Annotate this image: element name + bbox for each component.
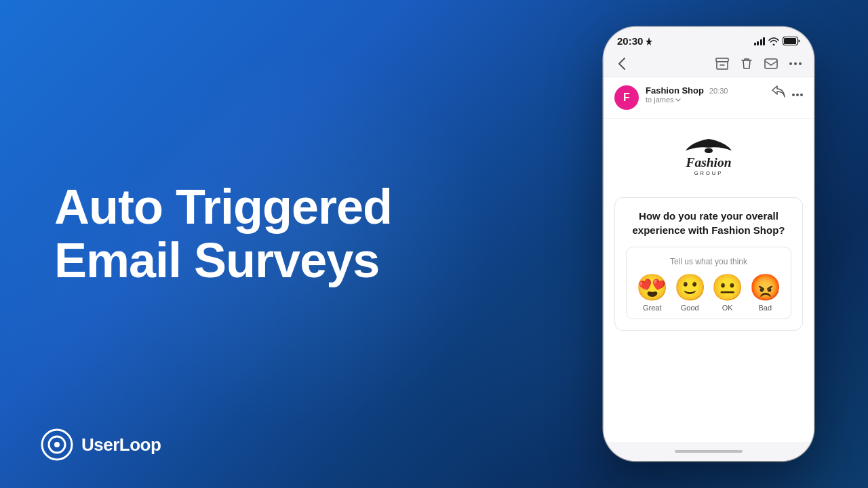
toolbar-left	[614, 56, 629, 71]
email-header: F Fashion Shop 20:30 to james	[604, 77, 814, 119]
email-content: Fashion GROUP How do you rate your overa…	[604, 119, 814, 442]
reply-button[interactable]	[772, 85, 785, 100]
sender-details: Fashion Shop 20:30 to james	[646, 85, 728, 104]
send-time: 20:30	[709, 87, 728, 95]
good-emoji: 🙂	[674, 274, 706, 300]
headline: Auto Triggered Email Surveys	[54, 180, 407, 287]
svg-point-13	[800, 94, 803, 96]
svg-text:Fashion: Fashion	[685, 155, 731, 169]
fashion-logo-area: Fashion GROUP	[604, 119, 814, 197]
status-bar: 20:30	[604, 27, 814, 51]
sender-info: F Fashion Shop 20:30 to james	[614, 85, 728, 110]
svg-point-9	[794, 62, 797, 65]
back-button[interactable]	[614, 56, 629, 71]
sender-avatar: F	[614, 85, 639, 110]
signal-icon	[754, 37, 766, 45]
emoji-good[interactable]: 🙂 Good	[674, 274, 706, 312]
more-button[interactable]	[788, 56, 803, 71]
ok-emoji: 😐	[711, 274, 743, 300]
bad-emoji: 😡	[749, 274, 781, 300]
sender-name-row: Fashion Shop 20:30	[646, 85, 728, 96]
emoji-bad[interactable]: 😡 Bad	[749, 274, 781, 312]
great-label: Great	[643, 304, 662, 312]
left-panel: Auto Triggered Email Surveys	[0, 0, 461, 488]
status-icons	[754, 37, 801, 45]
svg-point-8	[789, 62, 792, 65]
toolbar-right	[715, 56, 803, 71]
home-indicator	[675, 450, 743, 453]
emoji-ok[interactable]: 😐 OK	[711, 274, 743, 312]
svg-point-2	[54, 442, 60, 447]
phone-mockup: 20:30	[604, 27, 814, 461]
phone-bottom-bar	[604, 442, 814, 461]
rating-box: Tell us what you think 😍 Great 🙂 Good 😐	[626, 247, 791, 319]
time-display: 20:30	[617, 35, 643, 47]
sender-name: Fashion Shop	[646, 85, 704, 96]
emoji-options-row: 😍 Great 🙂 Good 😐 OK 😡	[633, 274, 784, 312]
more-email-button[interactable]	[792, 87, 803, 99]
phone-body: 20:30	[604, 27, 814, 461]
svg-rect-7	[765, 59, 777, 68]
userloop-logo-text: UserLoop	[81, 434, 161, 455]
sender-to: to james	[646, 96, 728, 104]
delete-button[interactable]	[739, 56, 754, 71]
location-icon	[646, 37, 652, 45]
userloop-logo-icon	[41, 428, 73, 461]
status-time: 20:30	[617, 35, 652, 47]
svg-point-11	[792, 94, 795, 96]
svg-rect-4	[784, 38, 796, 44]
fashion-brand-logo: Fashion GROUP	[668, 132, 749, 186]
svg-point-10	[799, 62, 802, 65]
great-emoji: 😍	[636, 274, 668, 300]
rating-prompt: Tell us what you think	[633, 257, 784, 266]
bad-label: Bad	[758, 304, 772, 312]
survey-card: How do you rate your overall experience …	[614, 197, 803, 331]
email-header-actions	[772, 85, 803, 100]
email-toolbar	[604, 51, 814, 77]
ok-label: OK	[722, 304, 733, 312]
headline-line2: Email Surveys	[54, 233, 379, 287]
svg-text:GROUP: GROUP	[694, 170, 724, 176]
svg-point-12	[796, 94, 799, 96]
mail-button[interactable]	[764, 56, 778, 71]
chevron-down-icon	[675, 98, 681, 102]
emoji-great[interactable]: 😍 Great	[636, 274, 668, 312]
userloop-logo: UserLoop	[41, 428, 161, 461]
archive-button[interactable]	[715, 56, 730, 71]
survey-question: How do you rate your overall experience …	[626, 209, 791, 237]
good-label: Good	[681, 304, 699, 312]
wifi-icon	[768, 37, 779, 45]
recipient-label: to james	[646, 96, 674, 104]
svg-point-14	[705, 148, 713, 154]
headline-line1: Auto Triggered	[54, 180, 392, 234]
battery-icon	[783, 37, 800, 45]
